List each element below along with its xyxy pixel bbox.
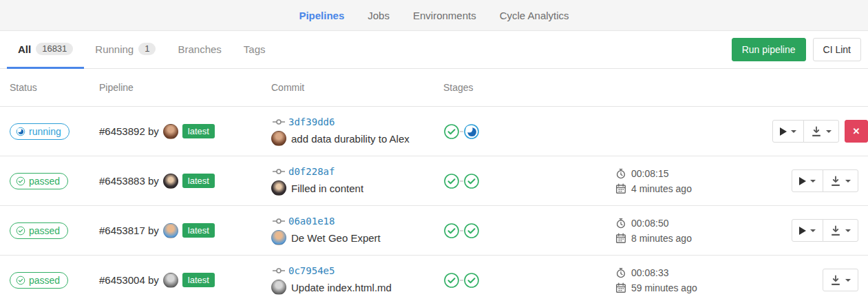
- download-icon: [830, 176, 841, 187]
- avatar[interactable]: [271, 180, 286, 196]
- latest-badge: latest: [182, 273, 215, 287]
- pipeline-finished-ago: 8 minutes ago: [631, 233, 692, 244]
- stage-passed-icon[interactable]: [443, 222, 460, 239]
- tab-running-label: Running: [95, 43, 134, 55]
- chevron-down-icon: [826, 130, 832, 133]
- avatar[interactable]: [271, 280, 286, 295]
- tab-all-count: 16831: [36, 43, 73, 55]
- commit-hash-link[interactable]: 3df39dd6: [288, 116, 335, 127]
- status-badge-passed[interactable]: passed: [10, 272, 68, 289]
- chevron-down-icon: [845, 229, 851, 232]
- nav-item-cycle-analytics[interactable]: Cycle Analytics: [500, 10, 569, 21]
- pipeline-id-link[interactable]: #6453892 by: [99, 125, 159, 137]
- avatar[interactable]: [163, 174, 178, 189]
- cancel-pipeline-button[interactable]: ✕: [845, 120, 868, 143]
- by-label: by: [148, 125, 159, 137]
- chevron-down-icon: [810, 180, 816, 183]
- pipeline-finished-ago: 59 minutes ago: [631, 282, 697, 293]
- commit-hash-link[interactable]: 06a01e18: [288, 216, 335, 227]
- tab-all[interactable]: All 16831: [7, 31, 84, 69]
- tab-running[interactable]: Running 1: [84, 31, 167, 69]
- avatar[interactable]: [163, 273, 178, 288]
- pipeline-duration: 00:08:33: [631, 267, 669, 278]
- pipeline-id-link[interactable]: #6453817 by: [99, 225, 159, 236]
- running-icon: [16, 127, 25, 136]
- tab-all-label: All: [18, 43, 31, 55]
- chevron-down-icon: [791, 130, 796, 133]
- stage-passed-icon[interactable]: [463, 272, 480, 289]
- play-dropdown-button[interactable]: [792, 169, 823, 192]
- pipeline-id-link[interactable]: #6453004 by: [99, 274, 159, 286]
- pipeline-id-link[interactable]: #6453883 by: [99, 175, 159, 187]
- stage-passed-icon[interactable]: [443, 123, 460, 140]
- download-artifacts-button[interactable]: [823, 219, 858, 242]
- commit-icon: [271, 266, 286, 276]
- status-badge-running[interactable]: running: [10, 123, 70, 140]
- tab-branches-label: Branches: [178, 43, 221, 55]
- pipeline-id: #6453883: [99, 175, 145, 187]
- nav-item-jobs[interactable]: Jobs: [368, 10, 390, 21]
- commit-icon: [271, 167, 286, 176]
- nav-item-environments[interactable]: Environments: [413, 10, 476, 21]
- toolbar-actions: Run pipeline CI Lint: [732, 31, 861, 68]
- download-artifacts-button[interactable]: [823, 269, 858, 291]
- pipeline-id: #6453004: [99, 274, 145, 286]
- pipeline-duration: 00:08:50: [631, 218, 669, 229]
- avatar[interactable]: [271, 131, 286, 146]
- by-label: by: [148, 274, 159, 286]
- tab-branches[interactable]: Branches: [167, 31, 232, 69]
- pipelines-table-header: Status Pipeline Commit Stages: [0, 69, 868, 107]
- stage-running-icon[interactable]: [463, 123, 480, 140]
- pipeline-tabs: All 16831 Running 1 Branches Tags: [7, 31, 277, 68]
- status-badge-passed[interactable]: passed: [10, 173, 68, 189]
- commit-hash-link[interactable]: d0f228af: [288, 166, 335, 177]
- calendar-icon: [615, 183, 626, 194]
- run-pipeline-button[interactable]: Run pipeline: [732, 38, 806, 61]
- download-artifacts-button[interactable]: [803, 120, 839, 143]
- pipeline-row: passed #6453817 by latest 06a01e18 De We…: [0, 206, 868, 256]
- download-icon: [830, 225, 841, 236]
- latest-badge: latest: [182, 174, 215, 188]
- stage-passed-icon[interactable]: [443, 173, 460, 189]
- commit-message-link[interactable]: Filled in content: [291, 183, 363, 194]
- download-artifacts-button[interactable]: [823, 169, 858, 192]
- ci-lint-button[interactable]: CI Lint: [813, 38, 861, 61]
- pipeline-id: #6453817: [99, 225, 145, 236]
- stage-passed-icon[interactable]: [443, 272, 460, 289]
- play-dropdown-button[interactable]: [792, 219, 823, 242]
- timer-icon: [615, 267, 626, 278]
- pipeline-row: running #6453892 by latest 3df39dd6 add …: [0, 107, 868, 156]
- header-stages: Stages: [443, 82, 615, 93]
- pipeline-row: passed #6453883 by latest d0f228af Fille…: [0, 156, 868, 206]
- stage-passed-icon[interactable]: [463, 173, 480, 189]
- header-status: Status: [10, 82, 99, 93]
- by-label: by: [148, 175, 159, 187]
- download-icon: [830, 275, 841, 286]
- avatar[interactable]: [163, 124, 178, 139]
- header-commit: Commit: [271, 82, 443, 93]
- play-icon: [799, 177, 806, 185]
- close-icon: ✕: [853, 126, 860, 136]
- pipeline-duration: 00:08:15: [631, 168, 669, 179]
- avatar[interactable]: [271, 230, 286, 245]
- passed-icon: [16, 176, 25, 186]
- commit-message-link[interactable]: De Wet Geo Expert: [291, 232, 381, 244]
- play-icon: [780, 127, 787, 136]
- header-pipeline: Pipeline: [99, 82, 271, 93]
- status-badge-passed[interactable]: passed: [10, 222, 68, 239]
- top-navigation: Pipelines Jobs Environments Cycle Analyt…: [0, 0, 868, 31]
- commit-message-link[interactable]: Update index.html.md: [291, 282, 392, 293]
- status-label: passed: [29, 275, 60, 286]
- stage-passed-icon[interactable]: [463, 222, 480, 239]
- avatar[interactable]: [163, 223, 178, 238]
- commit-icon: [271, 117, 286, 127]
- commit-message-link[interactable]: add data durability to Alex: [291, 133, 410, 145]
- tab-tags[interactable]: Tags: [233, 31, 277, 69]
- nav-item-pipelines[interactable]: Pipelines: [299, 10, 344, 21]
- latest-badge: latest: [182, 223, 215, 238]
- chevron-down-icon: [810, 229, 816, 232]
- status-label: running: [29, 126, 61, 137]
- status-label: passed: [29, 176, 60, 187]
- commit-hash-link[interactable]: 0c7954e5: [288, 265, 335, 276]
- play-dropdown-button[interactable]: [772, 120, 804, 143]
